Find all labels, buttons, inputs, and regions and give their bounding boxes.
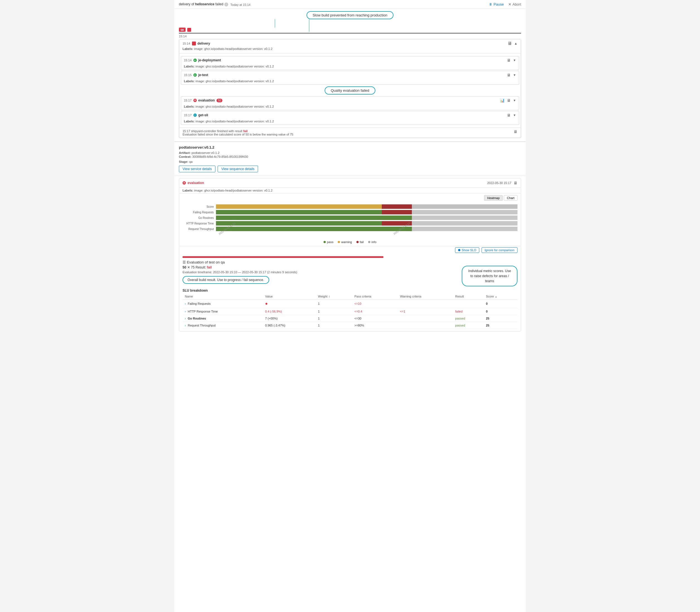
heatmap-button[interactable]: Heatmap <box>484 195 503 201</box>
chevron-down-get-sli[interactable]: ▼ <box>513 113 516 117</box>
heatmap-xaxis: 2022-05-30 15:12 2022-05-30 15:17 <box>218 232 517 236</box>
eval-labels: Labels: image: ghcr.io/podtato-head/podt… <box>179 187 521 194</box>
row-value-goroutines: 7 (+00%) <box>263 315 316 322</box>
sli-artifact: Artifact: podtatoserver:v0.1.2 <box>179 151 521 154</box>
row-expand-failing: › Failing Requests <box>183 300 263 308</box>
monitor-icon-error-log[interactable]: 🖥 <box>514 129 517 134</box>
delivery-name: delivery <box>198 42 210 45</box>
slo-controls: Show SLO Ignore for comparison <box>179 246 521 254</box>
heatmap-row-throughput: Request Throughput <box>183 226 517 232</box>
failing-bar-green <box>216 210 382 214</box>
expand-chevron-goroutines[interactable]: › <box>185 317 186 320</box>
col-pass: Pass criteria <box>352 294 398 300</box>
evaluation-icon: ✕ <box>194 99 197 102</box>
col-value: Value <box>263 294 316 300</box>
eval-result-row: ☰ Evaluation of test on qa 50 ✕ 75 Resul… <box>183 260 517 286</box>
sli-context: Context: 30088b89-fd9d-4c79-85b5-8f10019… <box>179 155 521 158</box>
score-bar-gray <box>412 204 517 209</box>
col-warning: Warning criteria <box>398 294 453 300</box>
info-icon[interactable]: i <box>224 2 228 6</box>
je-deployment-stage: 15:14 ● je-deployment 🖥 ▼ Labels: image:… <box>181 56 519 70</box>
chevron-down-evaluation[interactable]: ▼ <box>513 99 516 102</box>
outer-stage-box: 15:14 delivery 🖥 ▲ Labels: image: ghcr.i… <box>179 39 521 138</box>
evaluation-labels: Labels: image: ghcr.io/podtato-head/podt… <box>181 104 519 110</box>
breakdown-table-head: Name Value Weight ⇕ Pass criteria Warnin… <box>183 294 517 300</box>
je-test-title: 15:15 ● je-test <box>184 73 208 77</box>
chart-icon-evaluation[interactable]: 📊 <box>500 98 505 102</box>
score-bar-yellow <box>216 204 382 209</box>
col-score: Score ▲ <box>484 294 517 300</box>
heatmap-row-score: Score <box>183 204 517 209</box>
eval-result-section: ☰ Evaluation of test on qa 50 ✕ 75 Resul… <box>179 254 521 331</box>
delivery-icon-small <box>187 28 191 32</box>
evaluation-badge: 50 <box>216 99 223 102</box>
evaluation-title: 15:17 ✕ evaluation 50 <box>184 98 223 102</box>
slow-build-callout-container: Slow build prevented from reaching produ… <box>179 11 521 19</box>
result-progress-bar <box>183 256 383 258</box>
monitor-icon-je-deployment[interactable]: 🖥 <box>507 58 511 62</box>
view-sequence-details-button[interactable]: View sequence details <box>218 166 258 172</box>
section-divider-2 <box>174 176 526 176</box>
legend-warning: warning <box>338 240 352 244</box>
monitor-icon-get-sli[interactable]: 🖥 <box>507 113 511 117</box>
eval-header-right: 2022-05-30 15:17 🖥 <box>487 181 517 185</box>
pause-button[interactable]: ⏸ Pause <box>489 2 504 6</box>
evaluation-stage-wrapper: Quality evaluation failed 15:17 ✕ evalua… <box>181 86 519 110</box>
throughput-bar-gray <box>412 227 517 231</box>
legend-pass: pass <box>324 240 333 244</box>
monitor-icon-je-test[interactable]: 🖥 <box>507 73 511 77</box>
goroutines-bar-green <box>216 215 382 220</box>
legend-dot-fail <box>356 241 359 243</box>
header-actions: ⏸ Pause ✕ Abort <box>489 2 521 6</box>
evaluation-section: ✕ evaluation 2022-05-30 15:17 🖥 Labels: … <box>179 178 521 332</box>
failing-bar-red <box>382 210 412 214</box>
chevron-up-delivery[interactable]: ▲ <box>514 42 517 45</box>
page-header: delivery of helloservice failed i Today … <box>174 0 526 9</box>
eval-score-line: 50 ✕ 75 Result: fail <box>183 265 297 269</box>
je-deployment-icon: ● <box>194 58 197 62</box>
chevron-down-je-test[interactable]: ▼ <box>513 73 516 77</box>
col-weight: Weight ⇕ <box>316 294 352 300</box>
eval-error-icon: ✕ <box>183 181 186 184</box>
monitor-icon-eval[interactable]: 🖥 <box>514 181 517 185</box>
legend-info: info <box>368 240 376 244</box>
score-bar-red <box>382 204 412 209</box>
ignore-comparison-button[interactable]: Ignore for comparison <box>482 247 517 253</box>
expand-chevron-failing[interactable]: › <box>185 302 186 305</box>
row-value-throughput: 0.965 (-3.47%) <box>263 322 316 329</box>
view-service-details-button[interactable]: View service details <box>179 166 215 172</box>
chart-button[interactable]: Chart <box>504 195 517 201</box>
legend-dot-info <box>368 241 370 243</box>
close-icon: ✕ <box>508 2 511 6</box>
abort-button[interactable]: ✕ Abort <box>508 2 521 6</box>
timeline-section: qa 15:14 <box>179 28 521 38</box>
throughput-bar-green <box>216 227 382 231</box>
breakdown-table: Name Value Weight ⇕ Pass criteria Warnin… <box>183 294 517 329</box>
monitor-icon-evaluation[interactable]: 🖥 <box>507 98 511 102</box>
monitor-icon-delivery[interactable]: 🖥 <box>508 41 512 46</box>
delivery-actions: 🖥 ▲ <box>508 41 517 46</box>
chevron-down-je-deployment[interactable]: ▼ <box>513 58 516 62</box>
row-value-http: 0.4 (-56.9%) <box>263 308 316 315</box>
error-log-text: 15:17 shipyard-controller finished with … <box>183 129 293 136</box>
row-expand-throughput: › Request Throughput <box>183 322 263 329</box>
row-expand-http: › HTTP Response Time <box>183 308 263 315</box>
goroutines-bar-green2 <box>382 215 412 220</box>
col-result: Result <box>453 294 484 300</box>
show-slo-button[interactable]: Show SLO <box>455 247 479 253</box>
sli-stage: Stage: qa <box>179 160 521 163</box>
delivery-stage-title: 15:14 delivery <box>183 42 210 45</box>
expand-chevron-throughput[interactable]: › <box>185 324 186 327</box>
delivery-time: 15:14 <box>183 42 190 45</box>
sli-details-section: podtatoserver:v0.1.2 Artifact: podtatose… <box>174 142 526 176</box>
je-deployment-labels: Labels: image: ghcr.io/podtato-head/podt… <box>181 64 519 70</box>
stage-badge: qa <box>179 28 186 32</box>
expand-chevron-http[interactable]: › <box>185 310 186 313</box>
slo-radio-dot <box>458 249 460 251</box>
service-name: helloservice <box>195 2 214 6</box>
je-deployment-title: 15:14 ● je-deployment <box>184 58 221 62</box>
quality-callout: Quality evaluation failed <box>325 86 375 95</box>
je-test-stage: 15:15 ● je-test 🖥 ▼ Labels: image: ghcr.… <box>181 71 519 85</box>
eval-timeframe: Evaluation timeframe: 2022-05-30 15:10 —… <box>183 270 297 274</box>
eval-header: ✕ evaluation 2022-05-30 15:17 🖥 <box>179 178 521 187</box>
